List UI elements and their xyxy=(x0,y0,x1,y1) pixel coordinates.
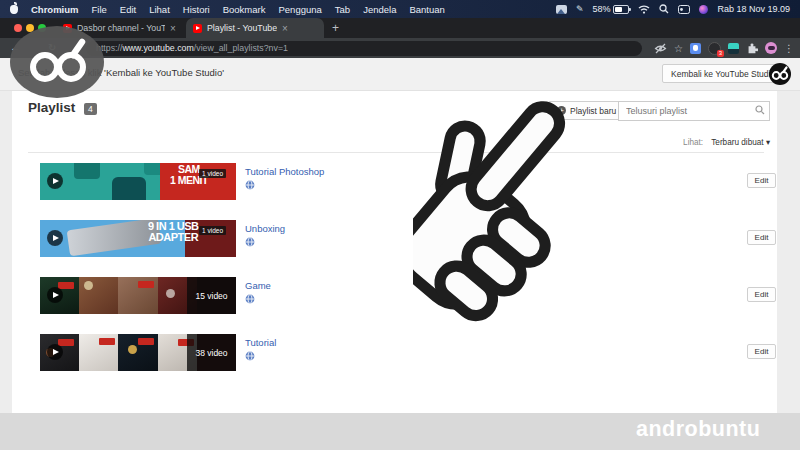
tab-title: Playlist - YouTube xyxy=(207,23,277,33)
menu-file[interactable]: File xyxy=(92,4,107,15)
battery-icon xyxy=(613,5,629,14)
url-path: /view_all_playlists?nv=1 xyxy=(194,43,288,53)
playlist-meta: Tutorial xyxy=(245,337,276,361)
playlist-title-link[interactable]: Unboxing xyxy=(245,223,285,234)
sort-dropdown[interactable]: Terbaru dibuat ▾ xyxy=(711,138,770,147)
browser-tab-bar: Dasbor channel - YouTube Stu × Playlist … xyxy=(0,18,800,38)
androbuntu-logo-overlay xyxy=(10,26,104,98)
close-window-button[interactable] xyxy=(14,24,22,32)
siri-icon[interactable] xyxy=(699,5,708,14)
public-globe-icon xyxy=(245,294,255,304)
androbuntu-goggles-icon xyxy=(24,38,90,86)
playlist-thumbnail[interactable]: 9 IN 1 USBADAPTER 1 video xyxy=(40,220,236,257)
playlist-thumbnail[interactable]: 38 video xyxy=(40,334,236,371)
menubar-clock[interactable]: Rab 18 Nov 19.09 xyxy=(717,4,790,14)
macos-menubar: Chromium File Edit Lihat Histori Bookmar… xyxy=(0,0,800,18)
channel-avatar-goggles-icon xyxy=(769,63,791,85)
menu-bookmark[interactable]: Bookmark xyxy=(223,4,266,15)
youtube-favicon xyxy=(193,24,202,33)
pointing-hand-cursor xyxy=(413,95,585,327)
profile-avatar[interactable] xyxy=(765,42,777,54)
channel-avatar[interactable] xyxy=(769,63,791,85)
video-count-badge: 38 video xyxy=(187,334,236,371)
control-center-icon[interactable] xyxy=(678,5,690,14)
play-icon xyxy=(47,230,63,246)
edit-button[interactable]: Edit xyxy=(747,173,776,188)
search-input[interactable] xyxy=(618,101,770,121)
video-count-badge: 15 video xyxy=(187,277,236,314)
menu-histori[interactable]: Histori xyxy=(183,4,210,15)
playlist-title-link[interactable]: Game xyxy=(245,280,271,291)
edit-button[interactable]: Edit xyxy=(747,230,776,245)
playlist-search xyxy=(618,100,770,120)
extensions-puzzle-icon[interactable] xyxy=(746,42,758,54)
wifi-icon[interactable] xyxy=(638,4,650,14)
playlist-title-link[interactable]: Tutorial xyxy=(245,337,276,348)
close-tab-icon[interactable]: × xyxy=(170,23,176,34)
playlist-thumbnail[interactable]: SAM1 MENIT 1 video xyxy=(40,163,236,200)
studio-return-banner: Setelah selesai, klik 'Kembali ke YouTub… xyxy=(0,58,800,91)
menubar-app-name[interactable]: Chromium xyxy=(31,4,79,15)
playlist-meta: Unboxing xyxy=(245,223,285,247)
apple-menu-icon[interactable] xyxy=(10,5,18,14)
shield-extension-icon[interactable] xyxy=(690,43,701,54)
adblock-extension-icon[interactable]: 3 xyxy=(708,42,721,55)
menu-tab[interactable]: Tab xyxy=(335,4,350,15)
menu-jendela[interactable]: Jendela xyxy=(363,4,396,15)
browser-menu-icon[interactable]: ⋮ xyxy=(784,43,794,54)
edit-button[interactable]: Edit xyxy=(747,344,776,359)
menu-bantuan[interactable]: Bantuan xyxy=(409,4,444,15)
hide-eye-icon[interactable] xyxy=(654,43,667,54)
menu-pengguna[interactable]: Pengguna xyxy=(278,4,321,15)
battery-indicator[interactable]: 58% xyxy=(592,4,629,14)
battery-percent-label: 58% xyxy=(592,4,610,14)
tab-title: Dasbor channel - YouTube Stu xyxy=(77,23,165,33)
extension-badge-count: 3 xyxy=(717,50,724,57)
pen-icon[interactable]: ✎ xyxy=(576,4,584,14)
address-bar[interactable]: https://www.youtube.com/view_all_playlis… xyxy=(86,41,642,56)
spotlight-icon[interactable] xyxy=(659,4,669,14)
public-globe-icon xyxy=(245,180,255,190)
edit-button[interactable]: Edit xyxy=(747,287,776,302)
chevron-down-icon: ▾ xyxy=(766,138,770,147)
menu-lihat[interactable]: Lihat xyxy=(149,4,170,15)
browser-toolbar: ← ↻ https://www.youtube.com/view_all_pla… xyxy=(0,38,800,58)
androbuntu-watermark: androbuntu xyxy=(636,417,760,442)
public-globe-icon xyxy=(245,351,255,361)
menu-edit[interactable]: Edit xyxy=(120,4,136,15)
video-count-badge: 1 video xyxy=(199,226,226,235)
playlist-thumbnail[interactable]: 15 video xyxy=(40,277,236,314)
page-title: Playlist xyxy=(28,100,75,115)
search-icon[interactable] xyxy=(755,105,765,115)
sort-control: Lihat: Terbaru dibuat ▾ xyxy=(0,137,770,147)
new-tab-button[interactable]: + xyxy=(332,21,339,35)
return-to-studio-button[interactable]: Kembali ke YouTube Studio xyxy=(662,64,784,83)
play-icon xyxy=(47,344,63,360)
close-tab-icon[interactable]: × xyxy=(282,23,288,34)
screenshot-app-icon[interactable] xyxy=(556,5,567,14)
screenshot-stage: Chromium File Edit Lihat Histori Bookmar… xyxy=(0,0,800,450)
header-separator xyxy=(28,152,764,153)
bookmark-star-icon[interactable]: ☆ xyxy=(674,43,683,54)
playlist-count-badge: 4 xyxy=(84,103,97,115)
sort-value: Terbaru dibuat xyxy=(711,138,763,147)
video-count-badge: 1 video xyxy=(199,169,226,178)
public-globe-icon xyxy=(245,237,255,247)
tab-playlist-active[interactable]: Playlist - YouTube × xyxy=(186,18,324,38)
playlist-meta: Game xyxy=(245,280,271,304)
speed-extension-icon[interactable] xyxy=(728,43,739,54)
play-icon xyxy=(47,173,63,189)
playlist-title-link[interactable]: Tutorial Photoshop xyxy=(245,166,324,177)
url-host: www.youtube.com xyxy=(122,43,193,53)
playlist-meta: Tutorial Photoshop xyxy=(245,166,324,190)
view-label: Lihat: xyxy=(683,138,703,147)
play-icon xyxy=(47,287,63,303)
